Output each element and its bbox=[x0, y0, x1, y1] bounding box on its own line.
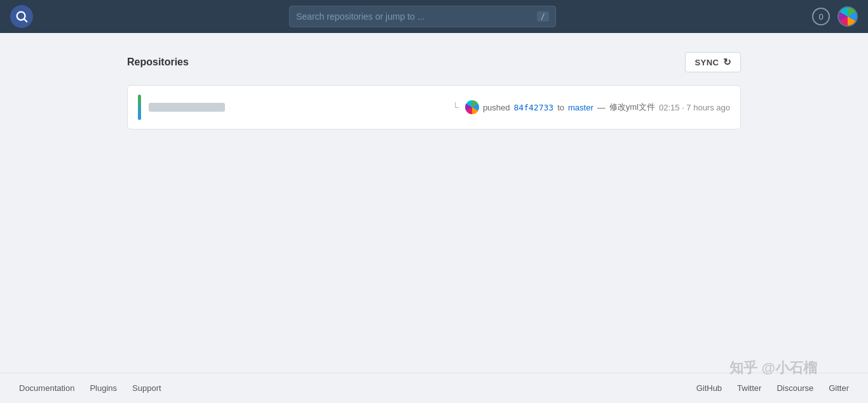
commit-separator: — bbox=[597, 103, 606, 112]
footer-link-support[interactable]: Support bbox=[132, 383, 161, 393]
sync-button[interactable]: SYNC ↻ bbox=[685, 52, 741, 72]
repo-card: └ pushed 84f42733 to master — 修改yml文件 02… bbox=[127, 85, 741, 129]
commit-hash-link[interactable]: 84f42733 bbox=[514, 103, 554, 112]
footer-link-twitter[interactable]: Twitter bbox=[737, 383, 761, 393]
footer-link-github[interactable]: GitHub bbox=[696, 383, 722, 393]
sync-label: SYNC bbox=[695, 58, 719, 67]
svg-line-1 bbox=[24, 19, 27, 22]
search-container: / bbox=[43, 6, 802, 27]
footer-left: Documentation Plugins Support bbox=[19, 383, 161, 393]
footer-link-documentation[interactable]: Documentation bbox=[19, 383, 74, 393]
repo-item: └ pushed 84f42733 to master — 修改yml文件 02… bbox=[128, 86, 740, 129]
branch-indent-icon: └ bbox=[452, 102, 459, 112]
pushed-label: pushed bbox=[483, 103, 510, 112]
footer-link-gitter[interactable]: Gitter bbox=[829, 383, 849, 393]
to-label: to bbox=[557, 103, 564, 112]
branch-link[interactable]: master bbox=[568, 103, 593, 112]
header-right: 0 bbox=[812, 6, 858, 27]
logo-icon bbox=[15, 10, 29, 23]
footer-link-discourse[interactable]: Discourse bbox=[776, 383, 813, 393]
avatar[interactable] bbox=[837, 6, 858, 27]
commit-time: 02:15 · 7 hours ago bbox=[659, 103, 730, 112]
search-input[interactable] bbox=[296, 11, 532, 22]
footer-right: GitHub Twitter Discourse Gitter bbox=[696, 383, 849, 393]
footer-link-plugins[interactable]: Plugins bbox=[90, 383, 117, 393]
section-title: Repositories bbox=[127, 56, 189, 68]
footer: Documentation Plugins Support GitHub Twi… bbox=[0, 373, 868, 403]
commit-avatar bbox=[465, 100, 479, 114]
main-content: Repositories SYNC ↻ └ pushed 84f42733 to… bbox=[0, 33, 868, 373]
notification-count: 0 bbox=[818, 12, 823, 22]
logo[interactable] bbox=[10, 5, 33, 28]
search-bar[interactable]: / bbox=[289, 6, 556, 27]
repo-name-placeholder bbox=[149, 103, 225, 112]
repo-color-bar bbox=[138, 95, 141, 120]
commit-message: 修改yml文件 bbox=[609, 102, 655, 113]
section-header: Repositories SYNC ↻ bbox=[127, 52, 741, 72]
header: / 0 bbox=[0, 0, 868, 33]
repo-meta: └ pushed 84f42733 to master — 修改yml文件 02… bbox=[452, 100, 730, 114]
sync-icon: ↻ bbox=[723, 56, 732, 68]
notification-badge[interactable]: 0 bbox=[812, 8, 830, 25]
search-kbd: / bbox=[537, 11, 549, 22]
